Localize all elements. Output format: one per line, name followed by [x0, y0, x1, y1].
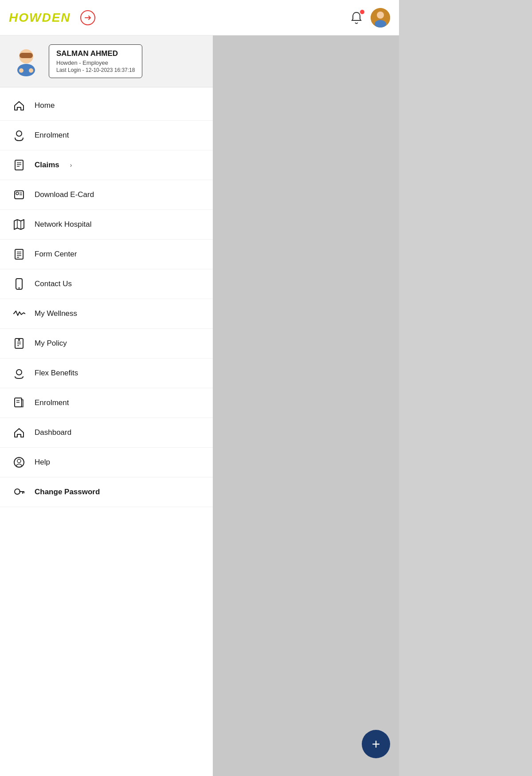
- sidebar: SALMAN AHMED Howden - Employee Last Logi…: [0, 35, 213, 776]
- user-name: SALMAN AHMED: [56, 49, 135, 58]
- form-center-label: Form Center: [35, 250, 77, 259]
- sidebar-item-form-center[interactable]: Form Center: [0, 240, 213, 269]
- svg-point-7: [19, 68, 23, 73]
- contact-us-label: Contact Us: [35, 280, 72, 288]
- claims-icon: [12, 158, 26, 172]
- svg-point-9: [16, 131, 22, 136]
- help-label: Help: [35, 458, 50, 467]
- sidebar-item-enrolment[interactable]: Enrolment: [0, 121, 213, 150]
- svg-marker-18: [14, 220, 24, 229]
- nav-list: Home Enrolment Claims: [0, 87, 213, 511]
- svg-point-38: [17, 459, 21, 463]
- sidebar-item-flex-benefits[interactable]: Flex Benefits: [0, 358, 213, 388]
- svg-point-2: [377, 12, 384, 19]
- user-avatar-sidebar: [11, 46, 42, 77]
- sidebar-item-change-password[interactable]: Change Password: [0, 477, 213, 507]
- help-icon: [12, 456, 26, 469]
- user-last-login: Last Login - 12-10-2023 16:37:18: [56, 67, 135, 73]
- home-label: Home: [35, 101, 55, 110]
- network-hospital-label: Network Hospital: [35, 220, 92, 229]
- wellness-icon: [12, 307, 26, 320]
- enrolment-icon: [12, 129, 26, 142]
- sidebar-item-policy[interactable]: My Policy: [0, 329, 213, 358]
- header-left: HOWDEN: [9, 10, 96, 26]
- svg-rect-5: [20, 53, 33, 58]
- svg-point-15: [16, 192, 19, 195]
- map-icon: [12, 218, 26, 231]
- svg-point-33: [16, 370, 22, 375]
- header: HOWDEN: [0, 0, 399, 35]
- wellness-label: My Wellness: [35, 309, 77, 318]
- claims-label: Claims: [35, 161, 59, 169]
- user-avatar-header[interactable]: [371, 8, 390, 28]
- notification-badge: [360, 10, 364, 14]
- svg-point-27: [19, 288, 20, 289]
- ecard-icon: [12, 188, 26, 201]
- dashboard-label: Dashboard: [35, 428, 71, 437]
- enrolment2-icon: [12, 396, 26, 410]
- claims-chevron: ›: [70, 162, 72, 169]
- sidebar-item-wellness[interactable]: My Wellness: [0, 299, 213, 329]
- user-profile: SALMAN AHMED Howden - Employee Last Logi…: [0, 35, 213, 87]
- enrolment2-label: Enrolment: [35, 398, 69, 407]
- ecard-label: Download E-Card: [35, 190, 94, 199]
- logo-text: HOWDEN: [9, 11, 71, 25]
- sidebar-item-home[interactable]: Home: [0, 91, 213, 121]
- flex-benefits-label: Flex Benefits: [35, 369, 78, 378]
- flex-icon: [12, 366, 26, 380]
- key-icon: [12, 485, 26, 499]
- logo: HOWDEN: [9, 11, 71, 25]
- sidebar-item-help[interactable]: Help: [0, 448, 213, 477]
- svg-rect-10: [15, 160, 23, 170]
- sidebar-item-enrolment2[interactable]: Enrolment: [0, 388, 213, 418]
- svg-point-8: [29, 68, 33, 73]
- sidebar-item-network-hospital[interactable]: Network Hospital: [0, 210, 213, 240]
- policy-label: My Policy: [35, 339, 67, 348]
- user-info-box: SALMAN AHMED Howden - Employee Last Logi…: [49, 44, 142, 78]
- sidebar-item-ecard[interactable]: Download E-Card: [0, 180, 213, 210]
- logout-button[interactable]: [80, 10, 96, 26]
- dashboard-icon: [12, 426, 26, 439]
- fab-button[interactable]: +: [362, 730, 390, 758]
- sidebar-item-claims[interactable]: Claims ›: [0, 150, 213, 180]
- sidebar-item-dashboard[interactable]: Dashboard: [0, 418, 213, 448]
- right-panel: → → → → +: [213, 0, 399, 776]
- user-role: Howden - Employee: [56, 59, 135, 66]
- change-password-label: Change Password: [35, 488, 100, 496]
- policy-icon: [12, 337, 26, 350]
- enrolment-label: Enrolment: [35, 131, 69, 140]
- form-icon: [12, 248, 26, 261]
- notification-button[interactable]: [349, 11, 364, 25]
- phone-icon: [12, 277, 26, 291]
- header-right: [349, 8, 390, 28]
- sidebar-item-contact-us[interactable]: Contact Us: [0, 269, 213, 299]
- home-icon: [12, 99, 26, 112]
